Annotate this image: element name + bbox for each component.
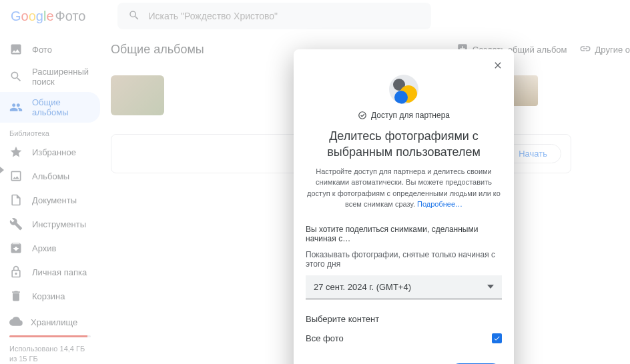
dialog-graphic	[294, 49, 514, 104]
all-photos-label: Все фото	[306, 333, 344, 343]
share-since-question: Вы хотите поделиться снимками, сделанным…	[294, 210, 514, 243]
content-section-title: Выберите контент	[306, 314, 502, 324]
learn-more-link[interactable]: Подробнее…	[417, 200, 462, 208]
partner-access-badge: Доступ для партнера	[294, 111, 514, 120]
all-photos-checkbox[interactable]	[492, 333, 502, 343]
dialog-close-button[interactable]	[489, 56, 507, 77]
dialog-title: Делитесь фотографиями с выбранным пользо…	[294, 120, 514, 166]
dialog-description: Настройте доступ для партнера и делитесь…	[294, 166, 514, 210]
date-value: 27 сент. 2024 г. (GMT+4)	[314, 282, 411, 292]
dropdown-caret-icon	[487, 282, 494, 292]
date-hint: Показывать фотографии, снятые только нач…	[294, 243, 514, 273]
date-selector[interactable]: 27 сент. 2024 г. (GMT+4)	[306, 275, 502, 299]
partner-share-dialog: Доступ для партнера Делитесь фотографиям…	[294, 49, 514, 364]
